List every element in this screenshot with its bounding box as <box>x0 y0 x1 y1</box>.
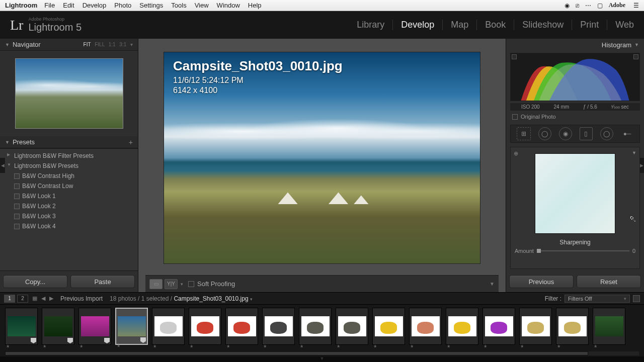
filmstrip[interactable] <box>0 304 644 356</box>
before-after-dropdown-icon[interactable]: ▾ <box>181 282 183 287</box>
dots-icon[interactable]: ⋯ <box>585 2 591 9</box>
filmstrip-thumb[interactable] <box>372 308 405 345</box>
navigator-header[interactable]: ▼ Navigator FIT FILL 1:1 3:1 ▾ <box>0 39 138 51</box>
cloud-sync-icon[interactable]: ◉ <box>565 2 570 9</box>
filename-dropdown-icon[interactable]: ▾ <box>250 297 253 302</box>
zoom-1to1[interactable]: 1:1 <box>109 42 116 47</box>
filter-select[interactable]: Filters Off ▾ <box>565 295 630 303</box>
toolbar-options-dropdown-icon[interactable]: ▼ <box>490 281 495 287</box>
spot-removal-tool-icon[interactable]: ◯ <box>538 127 551 140</box>
add-preset-icon[interactable]: + <box>129 138 133 146</box>
menu-develop[interactable]: Develop <box>83 2 107 9</box>
list-icon[interactable]: ☰ <box>633 2 639 9</box>
grid-view-icon[interactable]: ▦ <box>32 295 37 302</box>
module-web[interactable]: Web <box>607 20 634 30</box>
primary-display-button[interactable]: 1 <box>4 295 15 303</box>
redeye-tool-icon[interactable]: ◉ <box>559 127 572 140</box>
source-label[interactable]: Previous Import <box>60 295 103 302</box>
disclosure-triangle-icon[interactable]: ▼ <box>632 150 636 155</box>
filmstrip-thumb[interactable] <box>446 308 478 345</box>
menu-edit[interactable]: Edit <box>63 2 74 9</box>
filmstrip-thumb[interactable] <box>482 308 515 345</box>
zoom-fit[interactable]: FIT <box>84 42 91 47</box>
filter-label: Filter : <box>545 295 561 302</box>
loupe-view[interactable]: Campsite_Shot03_0010.jpg 11/6/12 5:24:12… <box>145 46 499 270</box>
filmstrip-thumb[interactable] <box>556 308 589 345</box>
filmstrip-thumb[interactable] <box>42 308 74 345</box>
adjustment-brush-tool-icon[interactable]: ●─ <box>621 127 634 140</box>
preset-folder[interactable]: Lightroom B&W Presets <box>0 161 138 171</box>
secondary-display-button[interactable]: 2 <box>17 295 28 303</box>
menu-window[interactable]: Window <box>217 2 240 9</box>
photo-dimensions: 6142 x 4100 <box>173 86 343 95</box>
menu-settings[interactable]: Settings <box>139 2 163 9</box>
loupe-view-button[interactable]: ▭ <box>149 279 163 289</box>
filmstrip-thumb[interactable] <box>78 308 111 345</box>
menu-help[interactable]: Help <box>248 2 262 9</box>
filmstrip-thumb[interactable] <box>189 308 221 345</box>
filmstrip-thumb[interactable] <box>519 308 552 345</box>
before-after-button[interactable]: Y|Y <box>165 279 178 289</box>
filmstrip-thumb[interactable] <box>5 308 38 345</box>
screen-icon[interactable]: ⎚ <box>576 2 579 9</box>
menu-view[interactable]: View <box>195 2 209 9</box>
app-menu[interactable]: Lightroom <box>5 2 37 9</box>
menu-tools[interactable]: Tools <box>171 2 186 9</box>
histogram-display[interactable] <box>510 53 640 101</box>
disclosure-triangle-icon: ▼ <box>634 42 639 47</box>
detail-preview[interactable] <box>535 153 615 234</box>
filmstrip-thumb[interactable] <box>593 308 625 345</box>
zoom-dropdown-icon[interactable]: ▾ <box>130 42 133 47</box>
module-slideshow[interactable]: Slideshow <box>514 20 572 30</box>
menu-photo[interactable]: Photo <box>114 2 131 9</box>
presets-header[interactable]: ▼ Presets + <box>0 136 138 148</box>
module-print[interactable]: Print <box>572 20 607 30</box>
filmstrip-thumb[interactable] <box>336 308 368 345</box>
filmstrip-thumb[interactable] <box>262 308 295 345</box>
graduated-filter-tool-icon[interactable]: ▯ <box>580 127 593 140</box>
menu-file[interactable]: File <box>44 2 55 9</box>
copy-button[interactable]: Copy... <box>3 275 67 288</box>
preset-folder[interactable]: Lightroom B&W Filter Presets <box>0 151 138 161</box>
preset-item[interactable]: B&W Contrast High <box>0 171 138 181</box>
filmstrip-thumb[interactable] <box>225 308 258 345</box>
amount-value[interactable]: 0 <box>632 248 635 254</box>
crop-tool-icon[interactable]: ⊞ <box>517 127 531 140</box>
module-map[interactable]: Map <box>443 20 477 30</box>
selection-count: 18 photos / 1 selected / Campsite_Shot03… <box>110 295 253 302</box>
nav-forward-icon[interactable]: ▶ <box>49 295 53 302</box>
filmstrip-thumb[interactable] <box>409 308 442 345</box>
radial-filter-tool-icon[interactable]: ◯ <box>600 127 613 140</box>
paste-button[interactable]: Paste <box>70 275 135 288</box>
zoom-fill[interactable]: FILL <box>95 42 105 47</box>
module-library[interactable]: Library <box>349 20 393 30</box>
preset-item[interactable]: B&W Contrast Low <box>0 181 138 191</box>
previous-button[interactable]: Previous <box>509 275 574 288</box>
filmstrip-thumb[interactable] <box>152 308 185 345</box>
histogram-header[interactable]: Histogram ▼ <box>506 39 644 51</box>
filter-lock-icon[interactable] <box>633 295 640 302</box>
soft-proofing-checkbox[interactable]: Soft Proofing <box>188 280 235 288</box>
module-develop[interactable]: Develop <box>393 20 443 30</box>
detail-target-icon[interactable]: ⊕ <box>514 150 518 157</box>
navigator-preview[interactable] <box>15 58 123 129</box>
highlight-clip-icon[interactable] <box>633 54 638 59</box>
zoom-3to1[interactable]: 3:1 <box>119 42 126 47</box>
filmstrip-scrollbar[interactable] <box>5 351 639 355</box>
filmstrip-thumb[interactable] <box>115 308 148 345</box>
nav-back-icon[interactable]: ◀ <box>41 295 45 302</box>
adobe-status-icon[interactable]: ▢ <box>597 2 603 9</box>
shadow-clip-icon[interactable] <box>512 54 517 59</box>
preset-item[interactable]: B&W Look 3 <box>0 211 138 221</box>
amount-slider[interactable] <box>537 250 629 251</box>
original-photo-checkbox[interactable]: Original Photo <box>506 111 644 123</box>
lr-branding: Adobe Photoshop Lightroom 5 <box>28 17 82 33</box>
filmstrip-collapse[interactable]: ▼ <box>0 356 644 362</box>
module-book[interactable]: Book <box>477 20 514 30</box>
preset-item[interactable]: B&W Look 1 <box>0 191 138 201</box>
tool-strip: ⊞ ◯ ◉ ▯ ◯ ●─ <box>510 125 640 143</box>
filmstrip-thumb[interactable] <box>299 308 332 345</box>
preset-item[interactable]: B&W Look 2 <box>0 201 138 211</box>
reset-button[interactable]: Reset <box>577 275 641 288</box>
preset-item[interactable]: B&W Look 4 <box>0 221 138 231</box>
